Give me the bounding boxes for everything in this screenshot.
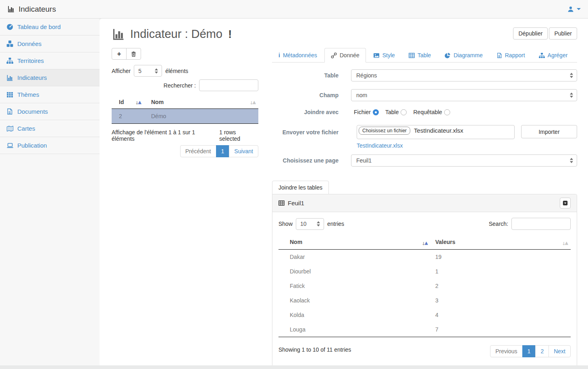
page-size-select[interactable]: 5 bbox=[134, 65, 162, 77]
feuil1-pagination: Previous 1 2 Next bbox=[490, 345, 571, 357]
tab-style[interactable]: Style bbox=[367, 48, 401, 63]
laptop-icon bbox=[6, 142, 13, 149]
sidebar-item-indicateurs[interactable]: Indicateurs bbox=[0, 69, 100, 86]
user-menu[interactable] bbox=[567, 6, 581, 13]
table-select[interactable]: Régions bbox=[351, 69, 577, 81]
sidebar-item-donnees[interactable]: Données bbox=[0, 35, 100, 52]
unpublish-button[interactable]: Dépublier bbox=[513, 27, 548, 40]
tab-donnee[interactable]: Donnée bbox=[324, 48, 366, 63]
table-info: Affichage de l'élément 1 à 1 sur 1 éléme… bbox=[112, 129, 219, 142]
tab-rapport[interactable]: Rapport bbox=[490, 48, 532, 63]
sidebar: Tableau de bord Données Territoires Indi… bbox=[0, 19, 100, 365]
import-button[interactable]: Importer bbox=[521, 125, 577, 138]
cell-name: Démo bbox=[144, 109, 258, 124]
tab-metadonnees[interactable]: i Métadonnées bbox=[272, 48, 324, 63]
caret-down-icon bbox=[577, 8, 581, 10]
table-row[interactable]: Kaolack 3 bbox=[278, 293, 571, 308]
grid-icon bbox=[6, 92, 13, 98]
page-select[interactable]: Feuil1 bbox=[351, 154, 577, 167]
collapse-panel-button[interactable] bbox=[560, 198, 571, 208]
feuil1-search-input[interactable] bbox=[511, 218, 571, 230]
cell-valeur: 4 bbox=[430, 308, 571, 322]
list-pagination: Précédent 1 Suivant bbox=[180, 145, 258, 157]
add-button[interactable]: + bbox=[112, 48, 127, 60]
sidebar-item-publication[interactable]: Publication bbox=[0, 137, 100, 154]
bar-chart-icon bbox=[7, 6, 15, 13]
radio-label: Fichier bbox=[354, 109, 371, 115]
list-toolbar: + bbox=[112, 48, 141, 60]
sidebar-item-label: Thèmes bbox=[17, 91, 39, 98]
sidebar-item-territoires[interactable]: Territoires bbox=[0, 52, 100, 69]
radio-option-table[interactable]: Table bbox=[385, 109, 407, 115]
column-header-valeurs[interactable]: Valeurs ↓▲ bbox=[430, 236, 571, 250]
table-row[interactable]: Louga 7 bbox=[278, 322, 571, 337]
select-stepper-icon bbox=[570, 73, 573, 78]
tab-table[interactable]: Table bbox=[402, 48, 437, 63]
page-select-value: Feuil1 bbox=[356, 157, 372, 164]
page-2-button[interactable]: 2 bbox=[535, 345, 549, 357]
sidebar-item-label: Tableau de bord bbox=[17, 23, 61, 30]
prev-page-button[interactable]: Précédent bbox=[180, 145, 216, 157]
map-icon bbox=[6, 125, 13, 132]
feuil1-table-info: Showing 1 to 10 of 11 entries bbox=[278, 346, 351, 353]
sidebar-item-cartes[interactable]: Cartes bbox=[0, 120, 100, 137]
column-header-nom[interactable]: Nom ↓▲ bbox=[278, 236, 430, 250]
brand-link[interactable]: Indicateurs bbox=[7, 5, 56, 14]
entries-select-value: 10 bbox=[300, 221, 307, 227]
document-icon bbox=[6, 108, 13, 115]
radio-unselected-icon bbox=[401, 109, 407, 115]
tab-label: Agréger bbox=[548, 52, 568, 58]
select-stepper-icon bbox=[317, 221, 320, 227]
next-page-button[interactable]: Next bbox=[549, 345, 571, 357]
cell-id: 2 bbox=[112, 109, 144, 124]
tab-label: Table bbox=[418, 52, 431, 58]
aggregate-icon bbox=[539, 52, 545, 58]
tab-label: Métadonnées bbox=[283, 52, 317, 58]
radio-option-requetable[interactable]: Requêtable bbox=[413, 109, 450, 115]
tab-agreger[interactable]: Agréger bbox=[532, 48, 574, 63]
sitemap-icon bbox=[6, 57, 13, 64]
sidebar-item-tableau-de-bord[interactable]: Tableau de bord bbox=[0, 19, 100, 35]
caret-square-down-icon bbox=[563, 200, 568, 206]
table-row[interactable]: Dakar 19 bbox=[278, 250, 571, 265]
table-row[interactable]: Diourbel 1 bbox=[278, 264, 571, 279]
sort-asc-icon: ↓▲ bbox=[422, 241, 427, 246]
radio-selected-icon bbox=[373, 109, 379, 115]
delete-button[interactable] bbox=[126, 48, 141, 60]
sidebar-item-themes[interactable]: Thèmes bbox=[0, 86, 100, 103]
tab-label: Rapport bbox=[505, 52, 525, 58]
radio-label: Table bbox=[385, 109, 399, 115]
prev-page-button[interactable]: Previous bbox=[490, 345, 522, 357]
page-1-button[interactable]: 1 bbox=[522, 345, 536, 357]
panel-title-text: Feuil1 bbox=[288, 200, 304, 206]
app: Indicateurs Tableau de bord Données bbox=[0, 0, 588, 365]
champ-select[interactable]: nom bbox=[351, 89, 577, 101]
file-input[interactable]: Choisissez un fichier TestIndicateur.xls… bbox=[357, 125, 515, 139]
champ-select-value: nom bbox=[356, 92, 367, 98]
choose-file-button[interactable]: Choisissez un fichier bbox=[359, 127, 410, 135]
indicator-search-input[interactable] bbox=[199, 79, 258, 91]
choose-page-label: Choisissez une page bbox=[272, 157, 339, 164]
next-page-button[interactable]: Suivant bbox=[229, 145, 258, 157]
image-icon bbox=[373, 52, 380, 58]
entries-select[interactable]: 10 bbox=[296, 218, 324, 230]
table-row[interactable]: Kolda 4 bbox=[278, 308, 571, 322]
sidebar-item-documents[interactable]: Documents bbox=[0, 103, 100, 120]
elements-label: éléments bbox=[165, 68, 188, 74]
join-tables-tab[interactable]: Joindre les tables bbox=[272, 181, 329, 194]
cubes-icon bbox=[6, 40, 13, 47]
page-1-button[interactable]: 1 bbox=[216, 145, 230, 157]
bar-chart-icon bbox=[112, 28, 125, 40]
link-icon bbox=[331, 52, 337, 58]
table-row[interactable]: Fatick 2 bbox=[278, 279, 571, 293]
uploaded-file-link[interactable]: TestIndicateur.xlsx bbox=[357, 142, 403, 149]
column-header-nom[interactable]: Nom ↓▲ bbox=[144, 97, 258, 109]
radio-option-fichier[interactable]: Fichier bbox=[354, 109, 379, 115]
publish-button[interactable]: Publier bbox=[549, 27, 577, 40]
tab-diagramme[interactable]: Diagramme bbox=[438, 48, 489, 63]
select-stepper-icon bbox=[570, 158, 573, 163]
table-row-demo[interactable]: 2 Démo bbox=[112, 109, 258, 124]
column-header-id[interactable]: Id ↓▲ bbox=[112, 97, 144, 109]
page-title: Indicateur : Démo ! bbox=[112, 27, 232, 41]
table-field-label: Table bbox=[272, 72, 339, 79]
